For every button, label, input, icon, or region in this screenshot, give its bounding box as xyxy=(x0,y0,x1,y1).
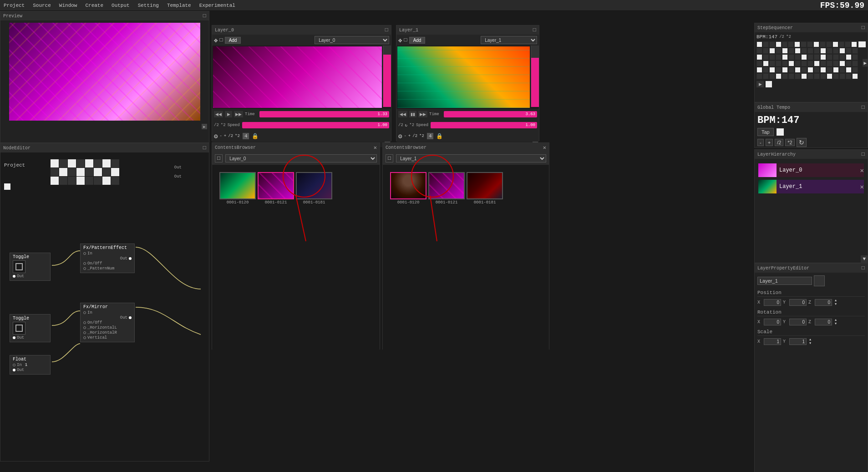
port-dot xyxy=(13,275,15,278)
contents0-item-0[interactable]: 0001-0120 xyxy=(219,172,256,205)
layer0-plus-btn[interactable]: + xyxy=(224,134,226,138)
step-sequencer-maximize-btn[interactable]: □ xyxy=(862,25,865,31)
layer-icon-btn[interactable] xyxy=(814,275,825,286)
layer0-div2-btn[interactable]: /2 xyxy=(228,134,233,138)
tap-button[interactable]: Tap xyxy=(757,128,774,136)
contents0-item-1[interactable]: 0001-0121 xyxy=(258,172,294,205)
contents0-layer-select[interactable]: Layer_0 xyxy=(225,154,377,162)
node-editor-maximize-btn[interactable]: □ xyxy=(203,145,206,151)
hierarchy-item-layer0[interactable]: Layer_0 ✕ xyxy=(758,163,864,177)
tempo-reset-btn[interactable]: ↻ xyxy=(797,138,807,147)
scale-down-arrow[interactable]: ▼ xyxy=(809,341,811,345)
contents0-close-btn[interactable]: ✕ xyxy=(374,144,377,151)
contents0-thumb-2[interactable] xyxy=(296,172,332,199)
layer0-four-btn[interactable]: 4 xyxy=(243,133,249,139)
layer0-lock-icon[interactable]: 🔒 xyxy=(252,133,259,140)
layer0-select[interactable]: Layer_0 xyxy=(315,36,389,44)
contents1-thumb-2[interactable] xyxy=(467,172,503,199)
layer0-minus-btn[interactable]: - xyxy=(219,134,222,138)
contents1-thumb-0[interactable] xyxy=(390,172,426,199)
menu-window[interactable]: Window xyxy=(59,3,77,8)
rot-down-arrow[interactable]: ▼ xyxy=(835,322,837,325)
contents1-layer-select[interactable]: Layer_1 xyxy=(396,154,546,162)
node-toggle-2: Toggle Out xyxy=(10,314,51,342)
layer1-maximize-btn[interactable]: □ xyxy=(533,27,536,33)
rot-y-field[interactable] xyxy=(789,319,807,325)
layer1-prev-btn[interactable]: ◀◀ xyxy=(398,111,407,117)
scale-up-arrow[interactable]: ▲ xyxy=(809,338,811,341)
layer1-settings-icon[interactable]: ⚙ xyxy=(398,132,402,140)
layer0-mul2-btn[interactable]: *2 xyxy=(235,134,240,138)
layer1-pause-btn[interactable]: ▮▮ xyxy=(409,111,416,117)
layer1-select-icon[interactable]: □ xyxy=(404,37,407,43)
scale-y-field[interactable] xyxy=(789,338,807,345)
layer0-prev-btn[interactable]: ◀◀ xyxy=(214,111,223,117)
rot-z-field[interactable] xyxy=(815,319,832,325)
layer1-title-bar: Layer_1 □ xyxy=(396,25,539,35)
hierarchy-close-layer0[interactable]: ✕ xyxy=(860,167,864,174)
hierarchy-scroll-down[interactable]: ▼ xyxy=(861,255,868,263)
contents1-expand-btn[interactable]: □ xyxy=(386,154,393,162)
menu-template[interactable]: Template xyxy=(167,3,191,8)
contents0-item-2[interactable]: 0001-0181 xyxy=(296,172,332,205)
layer1-add-btn[interactable]: Add xyxy=(409,37,426,44)
layer-hierarchy-panel: LayerHierarchy □ Layer_0 ✕ Layer_1 ✕ ▼ xyxy=(754,149,868,263)
seq-play-btn[interactable]: ▶ xyxy=(756,81,764,87)
preview-scroll-right[interactable]: ▶ xyxy=(202,124,207,129)
contents0-thumb-0[interactable] xyxy=(219,172,256,199)
tempo-minus-btn[interactable]: - xyxy=(757,139,764,146)
layer1-canvas xyxy=(397,46,530,108)
seq-row-2 xyxy=(756,54,866,60)
contents1-close-btn[interactable]: ✕ xyxy=(543,144,546,151)
menu-output[interactable]: Output xyxy=(112,3,130,8)
pos-y-field[interactable] xyxy=(789,299,807,306)
pos-z-field[interactable] xyxy=(815,299,832,306)
contents1-item-2[interactable]: 0001-0181 xyxy=(467,172,503,205)
rot-up-arrow[interactable]: ▲ xyxy=(835,318,837,322)
contents0-expand-btn[interactable]: □ xyxy=(215,154,223,162)
contents1-item-1[interactable]: 0001-0121 xyxy=(428,172,465,205)
layer0-add-btn[interactable]: Add xyxy=(225,37,241,44)
tempo-div2-btn[interactable]: /2 xyxy=(775,139,783,146)
scale-x-field[interactable] xyxy=(764,338,781,345)
menu-source[interactable]: Source xyxy=(33,3,51,8)
layer-hierarchy-maximize-btn[interactable]: □ xyxy=(862,151,865,157)
menu-setting[interactable]: Setting xyxy=(138,3,159,8)
layer0-select-icon[interactable]: □ xyxy=(219,37,223,43)
tempo-plus-btn[interactable]: + xyxy=(766,139,773,146)
contents1-thumb-1[interactable] xyxy=(428,172,465,199)
menu-project[interactable]: Project xyxy=(4,3,25,8)
contents1-item-0[interactable]: 0001-0120 xyxy=(390,172,426,205)
layer0-settings-icon[interactable]: ⚙ xyxy=(214,132,218,140)
layer1-div2-btn[interactable]: /2 xyxy=(412,134,417,138)
layer1-four-btn[interactable]: 4 xyxy=(427,133,434,139)
layer0-next-btn[interactable]: ▶▶ xyxy=(234,111,243,117)
layer1-move-icon[interactable]: ✥ xyxy=(398,36,402,44)
tempo-mul2-btn[interactable]: *2 xyxy=(785,139,794,146)
pos-down-arrow[interactable]: ▼ xyxy=(835,302,837,306)
pos-x-field[interactable] xyxy=(764,299,781,306)
layer1-mul2-btn[interactable]: *2 xyxy=(419,134,424,138)
contents0-thumb-1[interactable] xyxy=(258,172,294,199)
menu-experimental[interactable]: Experimental xyxy=(199,3,235,8)
layer0-maximize-btn[interactable]: □ xyxy=(385,27,388,33)
layer0-move-icon[interactable]: ✥ xyxy=(214,36,218,44)
rot-x-field[interactable] xyxy=(764,319,781,325)
layer1-reset-icon[interactable]: ↻ xyxy=(405,123,407,128)
global-tempo-title: Global Tempo xyxy=(757,105,790,110)
layer1-next-btn[interactable]: ▶▶ xyxy=(418,111,427,117)
layer1-lock-icon[interactable]: 🔒 xyxy=(436,133,443,140)
layer-property-maximize-btn[interactable]: □ xyxy=(862,265,865,271)
hierarchy-close-layer1[interactable]: ✕ xyxy=(860,183,864,191)
layer1-plus-btn[interactable]: + xyxy=(408,134,411,138)
global-tempo-maximize-btn[interactable]: □ xyxy=(862,104,865,111)
pos-up-arrow[interactable]: ▲ xyxy=(835,299,837,302)
hierarchy-item-layer1[interactable]: Layer_1 ✕ xyxy=(758,180,864,193)
preview-maximize-btn[interactable]: □ xyxy=(203,13,206,19)
layer1-minus-btn[interactable]: - xyxy=(404,134,406,138)
menu-create[interactable]: Create xyxy=(85,3,103,8)
step-seq-scroll-right[interactable]: ▶ xyxy=(863,59,868,66)
layer1-select[interactable]: Layer_1 xyxy=(481,36,537,44)
layer-name-field[interactable] xyxy=(757,277,812,285)
layer0-play-btn[interactable]: ▶ xyxy=(225,111,232,117)
